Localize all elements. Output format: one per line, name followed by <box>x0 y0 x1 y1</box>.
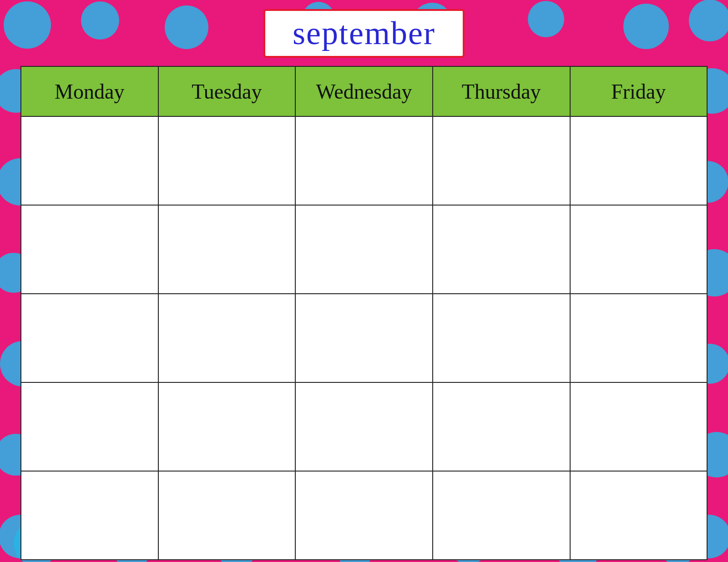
calendar-table: Monday Tuesday Wednesday Thursday Friday <box>20 66 708 560</box>
cell-row2-thu[interactable] <box>433 205 570 294</box>
cell-row2-wed[interactable] <box>295 205 433 294</box>
calendar-row-3 <box>21 294 707 382</box>
month-title: september <box>293 15 435 51</box>
cell-row4-thu[interactable] <box>433 382 570 471</box>
calendar-row-5 <box>21 471 707 560</box>
cell-row1-mon[interactable] <box>21 116 158 205</box>
cell-row1-fri[interactable] <box>570 116 708 205</box>
cell-row5-thu[interactable] <box>433 471 570 560</box>
cell-row5-fri[interactable] <box>570 471 708 560</box>
cell-row4-tue[interactable] <box>158 382 296 471</box>
cell-row3-thu[interactable] <box>433 294 570 382</box>
cell-row4-mon[interactable] <box>21 382 158 471</box>
calendar-wrapper: september Monday Tuesday Wednesday Thurs… <box>0 0 728 562</box>
day-headers-row: Monday Tuesday Wednesday Thursday Friday <box>21 66 707 116</box>
cell-row2-tue[interactable] <box>158 205 296 294</box>
cell-row5-wed[interactable] <box>295 471 433 560</box>
cell-row1-wed[interactable] <box>295 116 433 205</box>
cell-row5-tue[interactable] <box>158 471 296 560</box>
header-monday: Monday <box>21 66 158 116</box>
cell-row2-mon[interactable] <box>21 205 158 294</box>
cell-row3-mon[interactable] <box>21 294 158 382</box>
cell-row3-tue[interactable] <box>158 294 296 382</box>
cell-row3-fri[interactable] <box>570 294 708 382</box>
header-tuesday: Tuesday <box>158 66 296 116</box>
cell-row4-wed[interactable] <box>295 382 433 471</box>
header-thursday: Thursday <box>433 66 570 116</box>
cell-row1-thu[interactable] <box>433 116 570 205</box>
calendar-row-2 <box>21 205 707 294</box>
cell-row2-fri[interactable] <box>570 205 708 294</box>
cell-row4-fri[interactable] <box>570 382 708 471</box>
month-title-container: september <box>263 9 465 58</box>
cell-row1-tue[interactable] <box>158 116 296 205</box>
cell-row3-wed[interactable] <box>295 294 433 382</box>
calendar-row-1 <box>21 116 707 205</box>
cell-row5-mon[interactable] <box>21 471 158 560</box>
calendar-row-4 <box>21 382 707 471</box>
header-friday: Friday <box>570 66 708 116</box>
header-wednesday: Wednesday <box>295 66 433 116</box>
